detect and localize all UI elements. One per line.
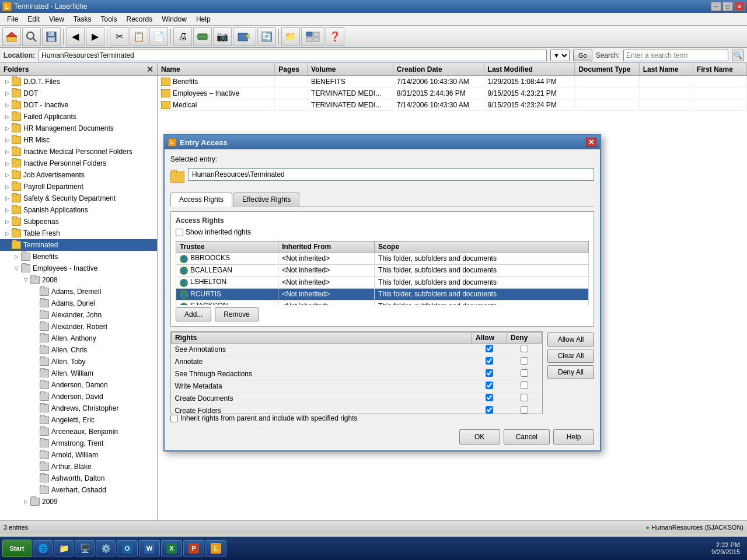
- camera-button[interactable]: 📷: [213, 27, 232, 46]
- allow-checkbox[interactable]: [486, 357, 493, 365]
- copy-button[interactable]: 📋: [130, 27, 148, 46]
- menu-file[interactable]: File: [2, 14, 23, 24]
- allow-checkbox[interactable]: [486, 394, 493, 401]
- search-input[interactable]: [623, 50, 728, 61]
- sidebar-item-hr-misc[interactable]: ▷ HR Misc: [0, 134, 157, 146]
- clear-all-button[interactable]: Clear All: [547, 349, 594, 363]
- rights-allow[interactable]: [472, 368, 507, 380]
- taskbar-presentation[interactable]: P: [183, 540, 204, 556]
- col-header-pages[interactable]: Pages: [275, 63, 308, 75]
- deny-checkbox[interactable]: [521, 394, 528, 401]
- go-button[interactable]: Go: [573, 50, 592, 61]
- folder-button[interactable]: 📁: [281, 27, 300, 46]
- sidebar-item-dot-inactive[interactable]: ▷ DOT - Inactive: [0, 99, 157, 111]
- sidebar-item-averhart-oshadd[interactable]: Averhart, Oshadd: [0, 484, 157, 496]
- sidebar-item-payroll[interactable]: ▷ Payroll Department: [0, 181, 157, 192]
- sidebar-item-andrews-christopher[interactable]: Andrews, Christopher: [0, 402, 157, 414]
- table-row[interactable]: Benefits BENEFITS 7/14/2006 10:43:30 AM …: [158, 76, 747, 88]
- show-inherited-checkbox[interactable]: [176, 229, 183, 236]
- col-header-creation[interactable]: Creation Date: [393, 63, 484, 75]
- deny-checkbox[interactable]: [521, 357, 528, 365]
- cut-button[interactable]: ✂: [110, 27, 128, 46]
- sidebar-close-button[interactable]: ✕: [146, 65, 153, 74]
- taskbar-computer[interactable]: 🖥️: [75, 540, 95, 556]
- cancel-button[interactable]: Cancel: [504, 429, 550, 444]
- sidebar-item-subpoenas[interactable]: ▷ Subpoenas: [0, 216, 157, 228]
- tab-access-rights[interactable]: Access Rights: [170, 192, 232, 206]
- sidebar-item-arnold-william[interactable]: Arnold, William: [0, 449, 157, 461]
- sidebar-item-allen-toby[interactable]: Allen, Toby: [0, 356, 157, 368]
- sidebar-item-arceneaux-benjamin[interactable]: Arceneaux, Benjamin: [0, 426, 157, 438]
- deny-checkbox[interactable]: [521, 369, 528, 377]
- sidebar-item-ashworth-dalton[interactable]: Ashworth, Dalton: [0, 473, 157, 484]
- deny-checkbox[interactable]: [521, 406, 528, 414]
- trustee-row[interactable]: 👤SJACKSON <Not inherited> This folder, s…: [176, 300, 589, 306]
- home-button[interactable]: [2, 27, 21, 46]
- trustee-row[interactable]: 👤LSHELTON <Not inherited> This folder, s…: [176, 276, 589, 289]
- paste-button[interactable]: 📄: [149, 27, 168, 46]
- taskbar-explorer[interactable]: 📁: [54, 540, 74, 556]
- trustee-row[interactable]: 👤RCURTIS <Not inherited> This folder, su…: [176, 288, 589, 300]
- taskbar-excel[interactable]: X: [161, 540, 182, 556]
- start-button[interactable]: Start: [2, 540, 32, 557]
- taskbar-laserfiche[interactable]: L: [205, 540, 226, 556]
- col-header-doctype[interactable]: Document Type: [575, 63, 639, 75]
- sidebar-item-alexander-john[interactable]: Alexander, John: [0, 309, 157, 321]
- add-trustee-button[interactable]: Add...: [176, 307, 211, 321]
- sidebar-item-adams-duriel[interactable]: Adams, Duriel: [0, 298, 157, 309]
- export-button[interactable]: [233, 27, 256, 46]
- rights-allow[interactable]: [472, 405, 507, 414]
- menu-help[interactable]: Help: [191, 14, 215, 24]
- deny-checkbox[interactable]: [521, 382, 528, 389]
- sidebar-item-employees-inactive[interactable]: ▽ Employees - Inactive: [0, 262, 157, 274]
- sidebar-item-anderson-damon[interactable]: Anderson, Damon: [0, 379, 157, 391]
- sidebar-item-allen-anthony[interactable]: Allen, Anthony: [0, 332, 157, 344]
- sidebar-item-benefits[interactable]: ▷ Benefits: [0, 251, 157, 262]
- col-header-name[interactable]: Name: [158, 63, 275, 75]
- sidebar-item-2008[interactable]: ▽ 2008: [0, 274, 157, 286]
- inherit-rights-checkbox[interactable]: [170, 415, 178, 422]
- taskbar-word[interactable]: W: [139, 540, 160, 556]
- sidebar-item-inactive-personnel[interactable]: ▷ Inactive Personnel Folders: [0, 158, 157, 169]
- allow-checkbox[interactable]: [486, 345, 493, 352]
- sidebar-item-table-fresh[interactable]: ▷ Table Fresh: [0, 228, 157, 239]
- menu-tasks[interactable]: Tasks: [69, 14, 96, 24]
- sidebar-item-hr-mgmt[interactable]: ▷ HR Management Documents: [0, 123, 157, 134]
- col-header-modified[interactable]: Last Modified: [484, 63, 575, 75]
- trustee-row[interactable]: 👤BCALLEGAN <Not inherited> This folder, …: [176, 264, 589, 276]
- rights-deny[interactable]: [507, 405, 542, 414]
- col-header-volume[interactable]: Volume: [308, 63, 393, 75]
- search-execute-button[interactable]: 🔍: [732, 50, 743, 61]
- rights-deny[interactable]: [507, 356, 542, 368]
- sidebar-item-armstrong-trent[interactable]: Armstrong, Trent: [0, 438, 157, 449]
- table-row[interactable]: Employees – Inactive TERMINATED MEDI... …: [158, 88, 747, 99]
- rights-allow[interactable]: [472, 344, 507, 356]
- forward-button[interactable]: ▶: [86, 27, 104, 46]
- col-header-firstname[interactable]: First Name: [693, 63, 747, 75]
- sidebar-item-dot[interactable]: ▷ DOT: [0, 88, 157, 99]
- ok-button[interactable]: OK: [459, 429, 500, 444]
- allow-all-button[interactable]: Allow All: [547, 332, 594, 346]
- search-button[interactable]: [22, 27, 41, 46]
- rights-allow[interactable]: [472, 393, 507, 405]
- allow-checkbox[interactable]: [486, 369, 493, 377]
- sidebar-item-spanish[interactable]: ▷ Spanish Applications: [0, 204, 157, 216]
- sidebar-item-safety[interactable]: ▷ Safety & Security Department: [0, 192, 157, 204]
- sidebar-item-2009[interactable]: ▷ 2009: [0, 496, 157, 508]
- taskbar-ie[interactable]: 🌐: [33, 540, 53, 556]
- sidebar-item-angeletti-eric[interactable]: Angeletti, Eric: [0, 414, 157, 426]
- menu-window[interactable]: Window: [157, 14, 191, 24]
- rights-deny[interactable]: [507, 344, 542, 356]
- taskbar-settings[interactable]: ⚙️: [96, 540, 116, 556]
- location-dropdown[interactable]: ▼: [550, 50, 570, 61]
- sidebar-item-alexander-robert[interactable]: Alexander, Robert: [0, 321, 157, 332]
- sidebar-item-failed-applicants[interactable]: ▷ Failed Applicants: [0, 111, 157, 123]
- minimize-button[interactable]: ─: [711, 2, 721, 11]
- back-button[interactable]: ◀: [66, 27, 85, 46]
- close-button[interactable]: ✕: [734, 2, 745, 11]
- deny-checkbox[interactable]: [521, 345, 528, 352]
- sidebar-item-allen-william[interactable]: Allen, William: [0, 368, 157, 379]
- menu-view[interactable]: View: [44, 14, 69, 24]
- rights-allow[interactable]: [472, 356, 507, 368]
- menu-edit[interactable]: Edit: [23, 14, 44, 24]
